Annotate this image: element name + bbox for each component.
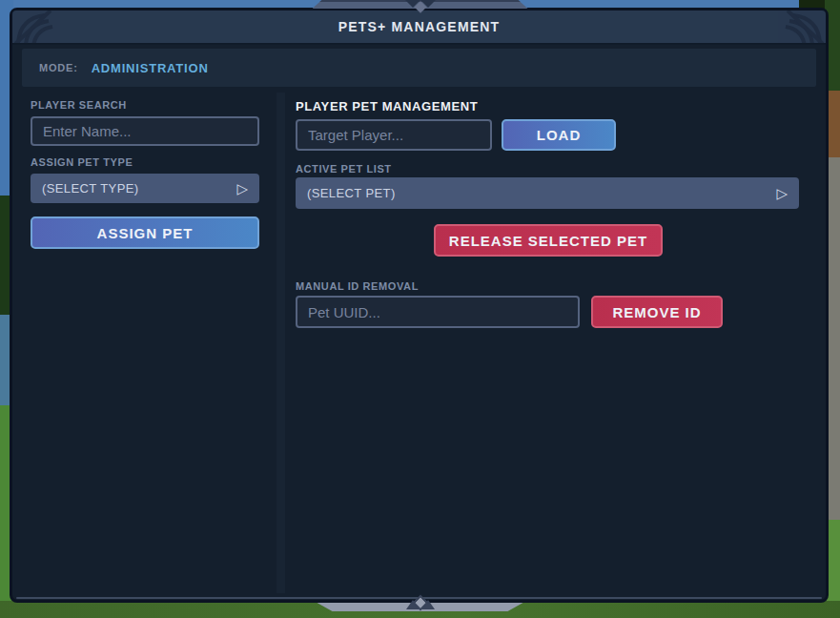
dialog-titlebar: PETS+ MANAGEMENT (12, 10, 826, 45)
column-divider (277, 93, 285, 593)
dialog-content: PLAYER SEARCH ASSIGN PET TYPE (SELECT TY… (12, 87, 826, 598)
manual-id-removal-label: MANUAL ID REMOVAL (296, 280, 419, 292)
active-pet-dropdown-value: (SELECT PET) (307, 186, 396, 200)
player-search-input[interactable] (31, 116, 259, 146)
pet-type-dropdown[interactable]: (SELECT TYPE) ▷ (31, 174, 259, 203)
player-pet-management-heading: PLAYER PET MANAGEMENT (296, 99, 478, 113)
pet-type-dropdown-value: (SELECT TYPE) (42, 181, 139, 196)
assign-pet-type-label: ASSIGN PET TYPE (31, 156, 133, 168)
active-pet-list-label: ACTIVE PET LIST (296, 163, 392, 175)
remove-id-button[interactable]: REMOVE ID (591, 296, 723, 328)
load-button[interactable]: LOAD (502, 119, 616, 151)
dropdown-arrow-icon: ▷ (236, 181, 248, 196)
dropdown-arrow-icon: ▷ (776, 186, 788, 200)
active-pet-dropdown[interactable]: (SELECT PET) ▷ (296, 177, 799, 209)
mode-bar: MODE: ADMINISTRATION (22, 49, 816, 87)
target-player-input[interactable] (296, 119, 492, 151)
pet-uuid-input[interactable] (296, 296, 580, 328)
dialog-title: PETS+ MANAGEMENT (338, 19, 501, 34)
pets-management-dialog: PETS+ MANAGEMENT MODE: ADMINISTRATION PL… (10, 8, 829, 603)
release-selected-pet-button[interactable]: RELEASE SELECTED PET (434, 224, 663, 257)
mode-value-administration[interactable]: ADMINISTRATION (92, 61, 209, 75)
knot-ornament-left (14, 10, 68, 45)
mode-label: MODE: (39, 62, 78, 73)
assign-pet-button[interactable]: ASSIGN PET (31, 216, 259, 249)
player-search-label: PLAYER SEARCH (31, 99, 127, 111)
knot-ornament-right (770, 10, 824, 45)
